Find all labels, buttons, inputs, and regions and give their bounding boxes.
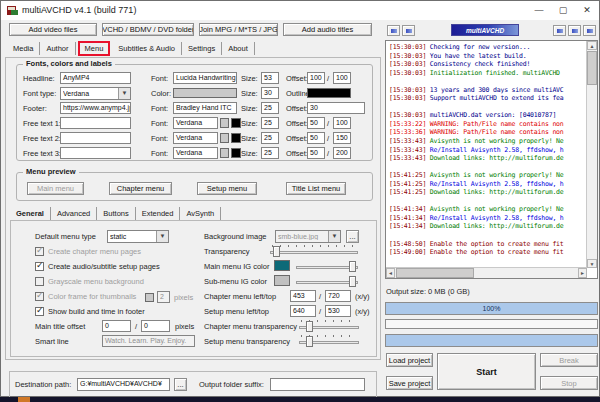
destination-browse-button[interactable]: ... [174,378,187,391]
footer-offset-input[interactable]: 30 [307,102,365,114]
free-text-3-size-input[interactable]: 25 [261,147,279,159]
free-text-2-color-swatch[interactable] [220,133,229,143]
output-suffix-input[interactable] [270,378,365,391]
free-text-3-font-input[interactable]: Verdana [173,147,218,159]
stop-button[interactable]: Stop [540,376,598,390]
sub-tab[interactable]: Buttons [97,207,135,220]
free-text-1-input[interactable] [60,117,131,129]
sub-tab[interactable]: General [10,207,51,220]
log-toolbar-button[interactable] [553,25,566,36]
checkbox-icon[interactable] [35,277,44,286]
menu-preview-button[interactable]: Main menu [27,182,84,195]
toolbar-button[interactable]: Add video files [9,23,97,36]
checkbox-icon[interactable] [35,247,44,256]
free-text-1-outline-swatch[interactable] [231,118,241,128]
checkbox-icon[interactable] [35,307,44,316]
free-text-3-color-swatch[interactable] [220,148,229,158]
free-text-1-color-swatch[interactable] [220,118,229,128]
chevron-down-icon[interactable]: ▼ [118,88,130,99]
sub-tab[interactable]: Extended [136,207,181,220]
slider-thumb[interactable] [349,261,356,272]
menu-preview-button[interactable]: Chapter menu [109,182,172,195]
footer-font-input[interactable]: Bradley Hand ITC [173,102,237,114]
slider-thumb[interactable] [273,246,280,257]
headline-offset-y-input[interactable]: 100 [333,72,351,84]
background-image-dropdown[interactable]: smb-blue.jpg ▼ [275,230,341,243]
free-text-2-offset-y-input[interactable]: 150 [333,132,351,144]
thumbnail-frame-pixels-input[interactable]: 2 [157,291,170,303]
checkbox-row[interactable]: Color frame for thumbnails [35,290,136,303]
vertical-scrollbar[interactable]: ▲ ▼ [586,41,597,268]
main-ig-color-swatch[interactable] [274,260,290,271]
footer-size-input[interactable]: 25 [261,102,279,114]
free-text-2-input[interactable] [60,132,131,144]
maximize-button[interactable]: ▢ [551,1,575,19]
menu-preview-button[interactable]: Title List menu [286,182,346,195]
toolbar-button[interactable]: Join MPG / M*TS / JPG [199,23,278,36]
destination-path-input[interactable]: G:¥multiAVCHD¥AVCHD¥ [77,378,170,391]
checkbox-row[interactable]: Create audio/subtitle setup pages [35,260,160,273]
main-title-offset-y-input[interactable]: 0 [141,320,170,332]
font-color-swatch[interactable] [173,88,237,98]
scroll-right-icon[interactable]: ► [578,268,587,278]
minimize-button[interactable]: — [527,1,551,19]
scroll-down-icon[interactable]: ▼ [587,259,597,268]
checkbox-row[interactable]: Grayscale menu background [35,275,144,288]
free-text-1-offset-x-input[interactable]: 50 [307,117,325,129]
checkbox-row[interactable]: Create chapter menu pages [35,245,141,258]
free-text-3-offset-y-input[interactable]: 200 [333,147,351,159]
free-text-3-input[interactable] [60,147,131,159]
free-text-1-offset-y-input[interactable]: 100 [333,117,351,129]
free-text-3-offset-x-input[interactable]: 50 [307,147,325,159]
horizontal-scroll-thumb[interactable] [396,268,474,278]
menu-preview-button[interactable]: Setup menu [197,182,257,195]
chapter-top-input[interactable]: 720 [325,290,351,302]
free-text-2-size-input[interactable]: 25 [261,132,279,144]
font-type-dropdown[interactable]: Verdana ▼ [60,87,131,100]
thumbnail-frame-color-swatch[interactable] [145,293,154,302]
headline-offset-x-input[interactable]: 100 [307,72,325,84]
sub-tab[interactable]: Advanced [51,207,97,220]
headline-input[interactable]: AnyMP4 [60,72,131,84]
break-button[interactable]: Break [540,353,598,367]
log-toolbar-button[interactable] [402,25,415,36]
free-text-2-font-input[interactable]: Verdana [173,132,218,144]
log-toolbar-button[interactable] [583,25,596,36]
chevron-down-icon[interactable]: ▼ [328,231,340,242]
setup-top-input[interactable]: 530 [325,305,351,317]
scroll-up-icon[interactable]: ▲ [587,41,597,50]
chapter-transparency-slider[interactable] [299,320,359,333]
chevron-down-icon[interactable]: ▼ [156,231,168,242]
log-output[interactable]: [15:30:03] Checking for new version...[1… [385,40,598,279]
log-toolbar-button[interactable] [387,25,400,36]
slider-thumb[interactable] [349,276,356,287]
free-text-2-outline-swatch[interactable] [231,133,241,143]
font-type-size-input[interactable]: 30 [261,87,279,99]
transparency-slider[interactable] [270,245,358,258]
smart-line-input[interactable]: Watch. Learn. Play. Enjoy. [102,335,195,347]
setup-left-input[interactable]: 640 [290,305,316,317]
free-text-2-offset-x-input[interactable]: 50 [307,132,325,144]
main-tab[interactable]: Menu [78,41,111,56]
chapter-left-input[interactable]: 453 [290,290,316,302]
vertical-scroll-thumb[interactable] [587,51,597,85]
free-text-1-font-input[interactable]: Verdana [173,117,218,129]
outline-color-swatch[interactable] [307,88,351,98]
log-toolbar-button[interactable] [568,25,581,36]
checkbox-row[interactable]: Show build and time in footer [35,305,145,318]
main-tab[interactable]: Settings [182,42,222,55]
checkbox-icon[interactable] [35,262,44,271]
horizontal-scrollbar[interactable]: ◄ ► [386,267,587,278]
load-project-button[interactable]: Load project [386,353,433,367]
default-menu-type-dropdown[interactable]: static ▼ [107,230,169,243]
free-text-1-size-input[interactable]: 25 [261,117,279,129]
footer-input[interactable]: https://www.anymp4.jp/ [60,102,131,114]
sub-ig-slider[interactable] [296,275,358,288]
main-ig-slider[interactable] [296,260,358,273]
sub-ig-color-swatch[interactable] [274,275,290,286]
checkbox-icon[interactable] [35,292,44,301]
toolbar-button[interactable]: Add audio titles [283,23,372,36]
main-title-offset-x-input[interactable]: 0 [102,320,131,332]
headline-size-input[interactable]: 53 [261,72,279,84]
multiavchd-banner[interactable]: multiAVCHD [451,24,519,36]
